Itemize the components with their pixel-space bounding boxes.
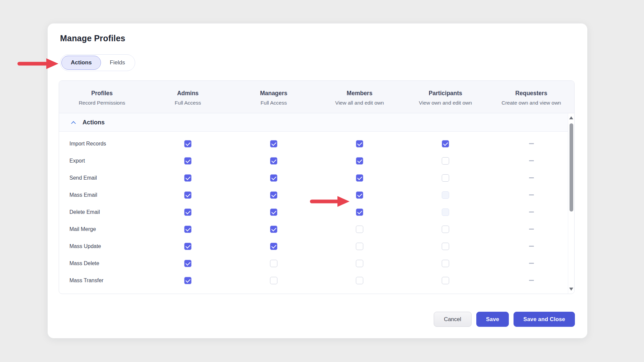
section-actions-toggle[interactable]: Actions	[59, 113, 574, 132]
checkbox-mass-delete-admins[interactable]	[184, 260, 192, 267]
checkbox-mail-merge-managers[interactable]	[270, 226, 277, 233]
checkbox-export-admins[interactable]	[184, 157, 192, 165]
table-body: Import RecordsExportSend EmailMass Email…	[59, 132, 574, 289]
row-label-mass-delete: Mass Delete	[59, 260, 145, 266]
cell-mass-email-participants	[402, 191, 488, 199]
checkbox-mass-delete-managers[interactable]	[270, 260, 277, 267]
table-row-export: Export	[59, 152, 574, 169]
checkbox-send-email-participants[interactable]	[442, 174, 449, 182]
column-header-members: Members View all and edit own	[317, 88, 402, 106]
checkbox-mass-delete-members[interactable]	[356, 260, 363, 267]
manage-profiles-dialog: Manage Profiles Actions Fields Profiles …	[48, 23, 587, 338]
column-header-profiles: Profiles Record Permissions	[59, 88, 145, 106]
checkbox-send-email-members[interactable]	[356, 174, 363, 182]
row-label-mass-update: Mass Update	[59, 243, 145, 249]
cell-mass-update-requesters	[488, 246, 574, 247]
table-row-import-records: Import Records	[59, 135, 574, 152]
checkbox-mass-transfer-participants[interactable]	[442, 277, 449, 284]
table-row-send-email: Send Email	[59, 169, 574, 186]
checkbox-mail-merge-members[interactable]	[356, 226, 363, 233]
cell-export-requesters	[488, 160, 574, 161]
no-permission-dash	[529, 212, 534, 213]
dialog-footer: Cancel Save Save and Close	[434, 312, 575, 327]
cell-import-records-requesters	[488, 143, 574, 144]
table-header: Profiles Record Permissions Admins Full …	[59, 81, 574, 113]
column-header-managers: Managers Full Access	[231, 88, 317, 106]
tab-actions[interactable]: Actions	[61, 56, 101, 70]
cell-mass-email-managers	[231, 191, 317, 199]
cell-send-email-members	[317, 174, 402, 182]
scroll-up-arrow-icon[interactable]	[569, 116, 573, 119]
cell-mass-email-admins	[145, 191, 231, 199]
checkbox-mass-email-admins[interactable]	[184, 191, 192, 199]
checkbox-export-managers[interactable]	[270, 157, 277, 165]
checkbox-delete-email-members[interactable]	[356, 208, 363, 216]
tab-fields[interactable]: Fields	[101, 56, 133, 70]
cell-mass-delete-admins	[145, 260, 231, 267]
checkbox-mass-transfer-admins[interactable]	[184, 277, 192, 284]
checkbox-mass-transfer-managers[interactable]	[270, 277, 277, 284]
cell-delete-email-participants	[402, 208, 488, 216]
cell-export-participants	[402, 157, 488, 165]
save-and-close-button[interactable]: Save and Close	[514, 312, 575, 327]
checkbox-import-records-managers[interactable]	[270, 140, 277, 147]
cell-mass-delete-managers	[231, 260, 317, 267]
table-row-mass-delete: Mass Delete	[59, 255, 574, 272]
checkbox-mass-email-members[interactable]	[356, 191, 363, 199]
checkbox-delete-email-participants	[442, 208, 449, 216]
cell-delete-email-members	[317, 208, 402, 216]
table-row-mail-merge: Mail Merge	[59, 221, 574, 238]
checkbox-send-email-admins[interactable]	[184, 174, 192, 182]
cell-mail-merge-admins	[145, 226, 231, 233]
scroll-down-arrow-icon[interactable]	[569, 288, 573, 291]
checkbox-import-records-admins[interactable]	[184, 140, 192, 147]
row-label-import-records: Import Records	[59, 141, 145, 147]
checkbox-mail-merge-admins[interactable]	[184, 226, 192, 233]
cancel-button[interactable]: Cancel	[434, 312, 472, 327]
page-background: Manage Profiles Actions Fields Profiles …	[0, 0, 644, 362]
cell-mass-update-admins	[145, 243, 231, 250]
cell-import-records-admins	[145, 140, 231, 147]
cell-mass-delete-requesters	[488, 263, 574, 264]
permissions-table: Profiles Record Permissions Admins Full …	[59, 80, 575, 294]
checkbox-mass-update-managers[interactable]	[270, 243, 277, 250]
cell-mass-update-members	[317, 243, 402, 250]
scrollbar-thumb[interactable]	[570, 123, 573, 212]
checkbox-export-members[interactable]	[356, 157, 363, 165]
checkbox-mass-delete-participants[interactable]	[442, 260, 449, 267]
cell-delete-email-admins	[145, 208, 231, 216]
no-permission-dash	[529, 177, 534, 178]
checkbox-import-records-participants[interactable]	[442, 140, 449, 147]
cell-import-records-managers	[231, 140, 317, 147]
table-row-mass-transfer: Mass Transfer	[59, 272, 574, 289]
checkbox-send-email-managers[interactable]	[270, 174, 277, 182]
no-permission-dash	[529, 194, 534, 195]
checkbox-mass-update-admins[interactable]	[184, 243, 192, 250]
row-label-delete-email: Delete Email	[59, 209, 145, 215]
checkbox-export-participants[interactable]	[442, 157, 449, 165]
checkbox-mass-transfer-members[interactable]	[356, 277, 363, 284]
no-permission-dash	[529, 229, 534, 230]
checkbox-mass-update-members[interactable]	[356, 243, 363, 250]
column-header-participants: Participants View own and edit own	[402, 88, 488, 106]
red-arrow-to-mass-email-members-checkbox	[309, 195, 350, 207]
checkbox-delete-email-managers[interactable]	[270, 208, 277, 216]
save-button[interactable]: Save	[476, 312, 509, 327]
row-label-export: Export	[59, 158, 145, 164]
cell-mass-delete-participants	[402, 260, 488, 267]
row-label-mass-email: Mass Email	[59, 192, 145, 198]
cell-mass-update-participants	[402, 243, 488, 250]
checkbox-import-records-members[interactable]	[356, 140, 363, 147]
checkbox-delete-email-admins[interactable]	[184, 208, 192, 216]
checkbox-mass-update-participants[interactable]	[442, 243, 449, 250]
cell-mail-merge-requesters	[488, 229, 574, 230]
no-permission-dash	[529, 143, 534, 144]
cell-mass-transfer-admins	[145, 277, 231, 284]
cell-send-email-admins	[145, 174, 231, 182]
cell-mass-email-requesters	[488, 194, 574, 195]
checkbox-mail-merge-participants[interactable]	[442, 226, 449, 233]
checkbox-mass-email-managers[interactable]	[270, 191, 277, 199]
cell-export-members	[317, 157, 402, 165]
cell-send-email-managers	[231, 174, 317, 182]
section-label: Actions	[83, 119, 105, 126]
